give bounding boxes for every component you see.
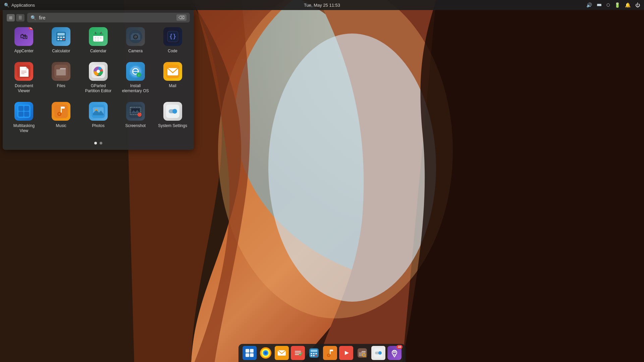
app-item-code[interactable]: {} Code xyxy=(154,23,191,58)
svg-rect-94 xyxy=(315,355,317,356)
bluetooth-icon[interactable]: ⬡ xyxy=(606,3,610,7)
dock-item-youtube[interactable] xyxy=(339,346,353,360)
calculator-icon xyxy=(52,27,70,46)
svg-point-80 xyxy=(264,352,267,354)
panel-right: 🔊 ⌨️ ⬡ 🔋 🔔 ⏻ xyxy=(586,2,640,8)
camera-icon xyxy=(126,27,145,46)
calendar-icon xyxy=(89,27,108,46)
svg-rect-18 xyxy=(95,37,96,39)
svg-rect-5 xyxy=(57,37,59,38)
svg-point-39 xyxy=(97,70,100,73)
svg-text:↓: ↓ xyxy=(138,73,140,77)
app-item-mail[interactable]: Mail xyxy=(154,58,191,98)
app-item-music[interactable]: Music xyxy=(43,98,80,138)
appcenter-badge: 40 xyxy=(29,27,33,30)
appcenter-label: AppCenter xyxy=(14,49,34,54)
svg-rect-54 xyxy=(24,112,29,117)
mail-icon xyxy=(163,62,182,81)
app-item-files[interactable]: Files xyxy=(43,58,80,98)
dock-item-multitask[interactable] xyxy=(243,346,257,360)
svg-rect-89 xyxy=(311,353,312,354)
camera-label: Camera xyxy=(128,49,143,54)
app-item-photos[interactable]: Photos xyxy=(80,98,117,138)
app-item-document-viewer[interactable]: Document Viewer xyxy=(5,58,43,98)
svg-rect-53 xyxy=(18,112,23,117)
app-item-install-elementary[interactable]: ↓ Install elementary OS xyxy=(117,58,154,98)
dock-item-tasks[interactable] xyxy=(291,346,305,360)
svg-rect-92 xyxy=(311,355,312,356)
app-item-appcenter[interactable]: 🛍 40 AppCenter xyxy=(5,23,43,58)
app-item-screenshot[interactable]: Screenshot xyxy=(117,98,154,138)
dock-item-settings-panel[interactable] xyxy=(371,346,385,360)
docviewer-label: Document Viewer xyxy=(9,83,39,94)
dock-item-browser[interactable] xyxy=(259,346,273,360)
appcenter-dock-badge: 40 xyxy=(396,345,402,349)
svg-rect-20 xyxy=(100,37,102,39)
dock-item-mail[interactable] xyxy=(275,346,289,360)
svg-rect-4 xyxy=(57,33,65,36)
search-input[interactable] xyxy=(39,15,174,20)
apps-grid: 🛍 40 AppCenter xyxy=(3,23,194,138)
calendar-label: Calendar xyxy=(90,49,107,54)
photos-label: Photos xyxy=(92,123,104,129)
svg-point-97 xyxy=(328,355,330,356)
photos-icon xyxy=(89,102,108,121)
app-item-system-settings[interactable]: System Settings xyxy=(154,98,191,138)
app-item-multitasking[interactable]: Multitasking View xyxy=(5,98,43,138)
mail-label: Mail xyxy=(169,83,176,89)
svg-rect-6 xyxy=(60,37,62,38)
multitasking-label: Multitasking View xyxy=(9,123,39,134)
svg-rect-9 xyxy=(60,39,62,40)
page-dot-1[interactable] xyxy=(94,142,97,144)
svg-rect-91 xyxy=(315,353,317,354)
svg-rect-90 xyxy=(313,353,315,354)
app-item-camera[interactable]: Camera xyxy=(117,23,154,58)
svg-point-107 xyxy=(378,351,382,355)
svg-rect-93 xyxy=(313,355,315,356)
battery-icon[interactable]: 🔋 xyxy=(614,2,620,8)
app-item-gparted[interactable]: GParted Partition Editor xyxy=(80,58,117,98)
svg-rect-8 xyxy=(57,39,59,40)
svg-rect-73 xyxy=(246,349,249,353)
panel-left: 🔍 Applications xyxy=(4,3,35,8)
svg-rect-110 xyxy=(392,351,397,352)
grid-view-button[interactable]: ⊞ xyxy=(7,14,15,21)
gparted-label: GParted Partition Editor xyxy=(83,83,113,94)
svg-rect-74 xyxy=(250,349,254,353)
svg-rect-99 xyxy=(330,350,333,351)
keyboard-icon[interactable]: ⌨️ xyxy=(597,3,602,7)
app-item-calculator[interactable]: Calculator xyxy=(43,23,80,58)
screenshot-label: Screenshot xyxy=(125,123,146,129)
search-icon-panel: 🔍 xyxy=(4,3,9,8)
notification-icon[interactable]: 🔔 xyxy=(625,2,631,8)
svg-rect-22 xyxy=(97,40,99,41)
svg-rect-13 xyxy=(93,35,103,36)
dock-item-files[interactable] xyxy=(355,346,369,360)
code-icon: {} xyxy=(163,27,182,46)
svg-rect-17 xyxy=(101,32,102,34)
app-item-calendar[interactable]: Calendar xyxy=(80,23,117,58)
app-launcher: ⊞ ☰ 🔍 ⌫ 🛍 40 AppCenter xyxy=(3,10,194,150)
calculator-label: Calculator xyxy=(52,49,70,54)
power-icon[interactable]: ⏻ xyxy=(635,2,640,8)
settings-label: System Settings xyxy=(158,123,187,129)
files-icon xyxy=(52,62,70,81)
dock-item-music[interactable] xyxy=(323,346,337,360)
svg-rect-16 xyxy=(95,32,96,34)
code-label: Code xyxy=(168,49,177,54)
svg-rect-45 xyxy=(133,71,138,72)
appcenter-icon: 🛍 40 xyxy=(14,27,33,46)
multitasking-icon xyxy=(14,102,33,121)
svg-rect-32 xyxy=(21,71,26,71)
volume-icon[interactable]: 🔊 xyxy=(586,2,592,8)
dock: 40 xyxy=(238,344,406,362)
clear-search-button[interactable]: ⌫ xyxy=(176,14,186,21)
dock-item-calculator[interactable] xyxy=(307,346,321,360)
dock-item-appcenter[interactable]: 40 xyxy=(387,346,401,360)
page-dot-2[interactable] xyxy=(100,142,102,144)
install-elementary-icon: ↓ xyxy=(126,62,145,81)
files-label: Files xyxy=(57,83,65,89)
svg-rect-51 xyxy=(18,106,23,111)
list-view-button[interactable]: ☰ xyxy=(16,14,24,21)
screenshot-icon xyxy=(126,102,145,121)
